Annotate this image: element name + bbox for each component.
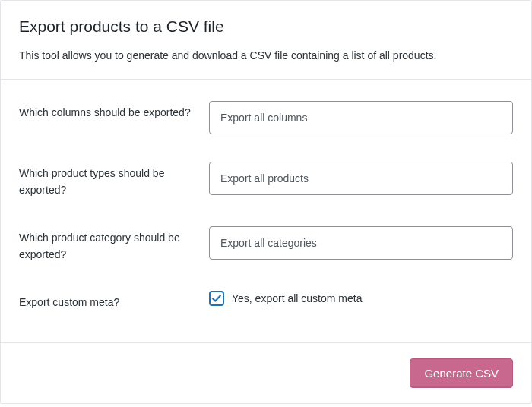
check-icon bbox=[211, 293, 222, 304]
label-categories: Which product category should be exporte… bbox=[19, 226, 209, 263]
select-columns[interactable]: Export all columns bbox=[209, 101, 513, 134]
checkbox-wrap-custom-meta: Yes, export all custom meta bbox=[209, 291, 513, 306]
row-product-types: Which product types should be exported? … bbox=[19, 148, 513, 213]
select-columns-placeholder: Export all columns bbox=[220, 112, 307, 124]
generate-csv-button[interactable]: Generate CSV bbox=[410, 358, 513, 388]
select-product-types[interactable]: Export all products bbox=[209, 162, 513, 195]
label-product-types: Which product types should be exported? bbox=[19, 162, 209, 199]
label-columns: Which columns should be exported? bbox=[19, 101, 209, 121]
row-categories: Which product category should be exporte… bbox=[19, 213, 513, 277]
select-categories-placeholder: Export all categories bbox=[220, 237, 317, 249]
label-custom-meta: Export custom meta? bbox=[19, 291, 209, 311]
export-panel: Export products to a CSV file This tool … bbox=[0, 0, 532, 404]
checkbox-custom-meta[interactable] bbox=[209, 291, 224, 306]
select-product-types-placeholder: Export all products bbox=[220, 172, 309, 185]
control-columns: Export all columns bbox=[209, 101, 513, 134]
checkbox-label-custom-meta[interactable]: Yes, export all custom meta bbox=[232, 292, 362, 304]
panel-footer: Generate CSV bbox=[1, 342, 531, 403]
row-custom-meta: Export custom meta? Yes, export all cust… bbox=[19, 277, 513, 324]
panel-title: Export products to a CSV file bbox=[19, 17, 513, 36]
control-product-types: Export all products bbox=[209, 162, 513, 195]
panel-description: This tool allows you to generate and dow… bbox=[19, 48, 513, 64]
panel-header: Export products to a CSV file This tool … bbox=[1, 1, 531, 80]
control-custom-meta: Yes, export all custom meta bbox=[209, 291, 513, 306]
select-categories[interactable]: Export all categories bbox=[209, 226, 513, 260]
control-categories: Export all categories bbox=[209, 226, 513, 260]
form-body: Which columns should be exported? Export… bbox=[1, 80, 531, 342]
row-columns: Which columns should be exported? Export… bbox=[19, 87, 513, 148]
